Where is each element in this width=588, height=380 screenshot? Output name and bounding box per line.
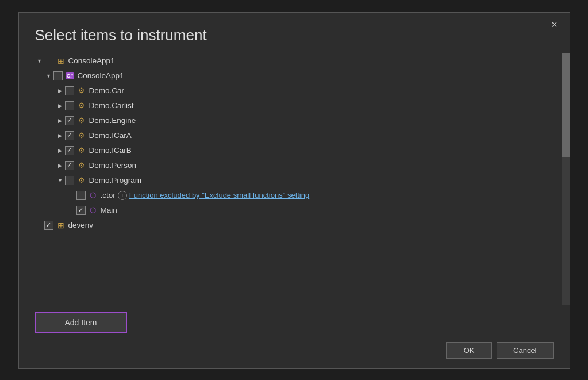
node-label: Demo.ICarA — [89, 131, 132, 140]
tree-node-demo-carlist[interactable]: ⚙Demo.Carlist — [35, 98, 558, 113]
dialog-title: Select items to instrument — [19, 26, 570, 53]
node-label: Demo.Engine — [89, 116, 136, 125]
checkbox[interactable] — [65, 86, 74, 95]
tree-node-consoleapp1-project[interactable]: C#ConsoleApp1 — [35, 68, 558, 83]
checkbox[interactable] — [65, 116, 74, 125]
node-label: Demo.Carlist — [89, 101, 134, 110]
class-icon: ⚙ — [76, 160, 87, 171]
close-button[interactable]: × — [547, 17, 563, 33]
tree-node-ctor[interactable]: ⬡.ctoriFunction excluded by "Exclude sma… — [35, 188, 558, 203]
tree-node-demo-engine[interactable]: ⚙Demo.Engine — [35, 113, 558, 128]
devenv-icon: ⊞ — [56, 220, 66, 231]
scrollbar-thumb[interactable] — [562, 53, 570, 157]
chevron-down-icon[interactable] — [56, 176, 65, 185]
class-icon: ⚙ — [76, 130, 87, 141]
node-label: ConsoleApp1 — [68, 56, 115, 65]
tree-node-main[interactable]: ⬡Main — [35, 203, 558, 218]
chevron-down-icon[interactable] — [44, 71, 53, 80]
checkbox[interactable] — [65, 161, 74, 170]
chevron-down-icon[interactable] — [35, 56, 44, 66]
node-label: Demo.Person — [89, 161, 137, 170]
tree-node-demo-icara[interactable]: ⚙Demo.ICarA — [35, 128, 558, 143]
class-icon: ⚙ — [76, 101, 87, 111]
tree-node-demo-person[interactable]: ⚙Demo.Person — [35, 158, 558, 173]
csharp-icon: C# — [65, 71, 75, 81]
node-label: Main — [101, 206, 117, 214]
checkbox[interactable] — [65, 146, 74, 155]
dialog: × Select items to instrument ⊞ConsoleApp… — [18, 12, 570, 369]
node-label: Demo.Program — [89, 176, 142, 185]
tree-node-devenv[interactable]: ⊞devenv — [35, 218, 558, 233]
checkbox[interactable] — [65, 176, 74, 185]
cube-icon: ⬡ — [88, 205, 98, 216]
tree-node-demo-car[interactable]: ⚙Demo.Car — [35, 83, 558, 98]
checkbox[interactable] — [65, 101, 74, 110]
class-icon: ⚙ — [76, 145, 87, 156]
node-label: Demo.Car — [89, 86, 125, 95]
cube-icon: ⬡ — [88, 190, 98, 201]
class-icon: ⚙ — [76, 86, 87, 96]
chevron-right-icon[interactable] — [56, 101, 65, 110]
solution-icon: ⊞ — [56, 56, 66, 66]
checkbox[interactable] — [65, 131, 74, 140]
tree-content: ⊞ConsoleApp1C#ConsoleApp1⚙Demo.Car⚙Demo.… — [35, 53, 570, 305]
node-label: ConsoleApp1 — [78, 71, 124, 80]
dialog-footer: OK Cancel — [19, 337, 570, 359]
tree-node-demo-program[interactable]: ⚙Demo.Program — [35, 173, 558, 188]
chevron-right-icon[interactable] — [56, 146, 65, 155]
checkbox[interactable] — [53, 71, 63, 80]
node-label: .ctor — [101, 191, 116, 199]
tree-node-demo-icarb[interactable]: ⚙Demo.ICarB — [35, 143, 558, 158]
node-label: Demo.ICarB — [89, 146, 132, 155]
scrollbar-track[interactable] — [562, 53, 570, 305]
info-icon: i — [118, 191, 127, 200]
chevron-right-icon[interactable] — [56, 86, 65, 95]
class-icon: ⚙ — [76, 116, 87, 126]
checkbox[interactable] — [76, 191, 86, 200]
tree-area: ⊞ConsoleApp1C#ConsoleApp1⚙Demo.Car⚙Demo.… — [19, 53, 570, 305]
chevron-right-icon[interactable] — [56, 116, 65, 125]
checkbox[interactable] — [76, 206, 86, 215]
tree-node-consoleapp1-solution[interactable]: ⊞ConsoleApp1 — [35, 53, 558, 68]
add-item-button[interactable]: Add Item — [35, 312, 127, 333]
ok-button[interactable]: OK — [446, 342, 492, 359]
checkbox[interactable] — [44, 221, 53, 230]
chevron-right-icon[interactable] — [56, 131, 65, 140]
class-icon: ⚙ — [76, 175, 87, 186]
chevron-right-icon[interactable] — [56, 161, 65, 170]
bottom-area: Add Item — [19, 305, 570, 337]
exclude-link[interactable]: Function excluded by "Exclude small func… — [129, 191, 309, 199]
node-label: devenv — [68, 221, 94, 229]
cancel-button[interactable]: Cancel — [497, 342, 553, 359]
